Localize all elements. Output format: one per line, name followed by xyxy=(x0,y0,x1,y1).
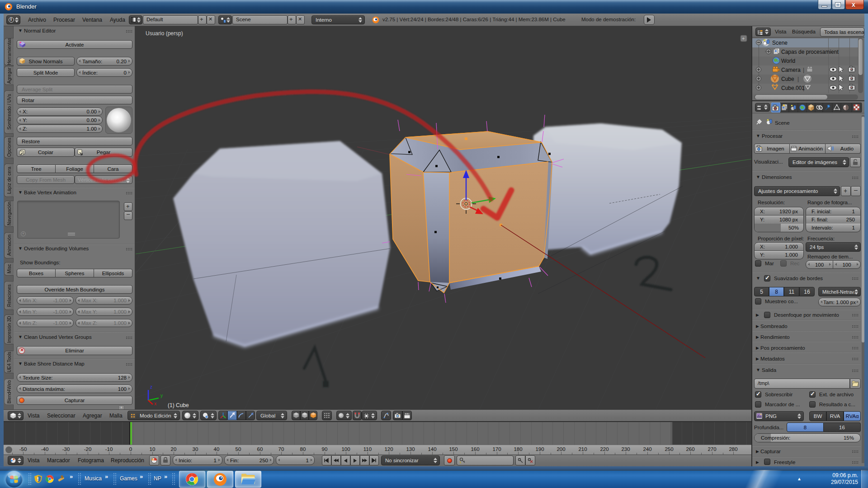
svg-text:Capas de procesamient: Capas de procesamient xyxy=(781,49,839,55)
svg-text:(1) Cube: (1) Cube xyxy=(168,402,189,408)
svg-text:|: | xyxy=(803,85,804,91)
svg-text:|: | xyxy=(803,67,804,73)
svg-text:Camera: Camera xyxy=(781,67,801,73)
svg-text:Scene: Scene xyxy=(772,40,788,46)
svg-text:|: | xyxy=(797,76,799,82)
svg-text:Cube.001: Cube.001 xyxy=(781,85,805,91)
svg-text:x: x xyxy=(154,401,156,406)
svg-text:y: y xyxy=(160,393,163,398)
svg-text:!: ! xyxy=(37,476,39,482)
svg-text:Usuario (persp): Usuario (persp) xyxy=(146,30,183,37)
svg-text:Cube: Cube xyxy=(781,76,794,82)
svg-text:+: + xyxy=(742,36,745,41)
svg-text:World: World xyxy=(781,58,795,64)
svg-text:z: z xyxy=(150,385,152,389)
